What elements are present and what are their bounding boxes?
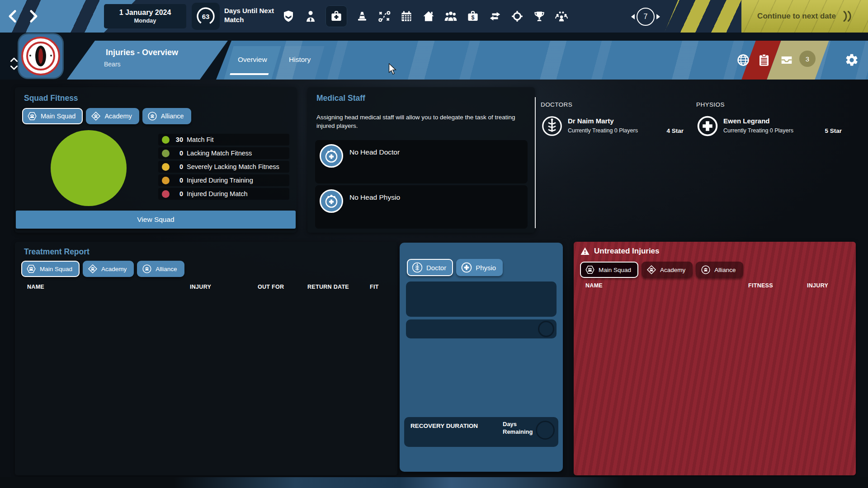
nav-competitions-button[interactable] [532, 9, 547, 23]
physio-toggle-button[interactable]: Physio [456, 259, 503, 276]
current-date: 1 January 2024 [119, 8, 171, 17]
doctor-toggle-button[interactable]: Doctor [407, 259, 453, 276]
staff-icon [304, 9, 317, 23]
filter-academy-button[interactable]: Academy [642, 262, 693, 278]
recovery-duration-bar: RECOVERY DURATION Days Remaining [404, 417, 558, 447]
filter-alliance-button[interactable]: Alliance [137, 261, 184, 277]
col-name: NAME [585, 282, 603, 289]
treatment-option-slot[interactable] [406, 319, 557, 338]
nav-training-button[interactable] [355, 9, 369, 23]
doctor-status: Currently Treating 0 Players [568, 127, 638, 134]
back-button[interactable] [5, 6, 24, 26]
current-day: Monday [134, 17, 156, 24]
days-count-ring: 63 [196, 6, 216, 26]
doctors-heading: DOCTORS [541, 101, 572, 108]
untreated-injuries-filters: Main Squad Academy Alliance [580, 262, 743, 278]
nav-staff-button[interactable] [303, 9, 318, 23]
filter-academy-button[interactable]: Academy [86, 108, 139, 124]
filter-main-squad-button[interactable]: Main Squad [21, 261, 80, 277]
inbox-icon [779, 53, 794, 67]
tab-overview[interactable]: Overview [224, 46, 281, 80]
head-physio-slot[interactable]: No Head Physio [315, 185, 528, 229]
tab-history-label: History [289, 56, 311, 70]
expand-collapse-icon [9, 56, 19, 71]
legend-dot [162, 136, 170, 144]
doctor-rating: 4 Star [629, 127, 684, 134]
club-logo[interactable] [19, 34, 62, 78]
legend-dot [162, 190, 170, 198]
col-injury: INJURY [190, 284, 211, 290]
head-physio-avatar [320, 189, 343, 213]
col-fit: FIT [370, 284, 379, 290]
main-nav: $ [281, 0, 569, 33]
legend-dot [162, 177, 170, 184]
days-until-next-match-label: Days Until Next Match [224, 6, 278, 25]
view-squad-button[interactable]: View Squad [16, 211, 296, 229]
nav-fixtures-button[interactable] [399, 9, 414, 23]
forward-button[interactable] [25, 6, 44, 26]
doctor-name[interactable]: Dr Naim Marty [568, 117, 614, 125]
filter-academy-button[interactable]: Academy [83, 261, 134, 277]
head-physio-label: No Head Physio [349, 193, 400, 202]
head-doctor-slot[interactable]: No Head Doctor [315, 140, 528, 183]
circle-alliance-icon [701, 265, 711, 275]
head-doctor-avatar [320, 144, 343, 168]
continue-button[interactable]: Continue to next date [741, 0, 868, 33]
nav-transfers-button[interactable] [488, 9, 502, 23]
tab-history[interactable]: History [275, 46, 324, 80]
filter-alliance-button[interactable]: Alliance [696, 262, 743, 278]
nav-scouting-button[interactable] [510, 9, 524, 23]
nav-tactics-button[interactable] [377, 9, 392, 23]
notif-prev-icon[interactable] [631, 14, 635, 19]
squad-fitness-filters: Main Squad Academy Alliance [22, 108, 191, 124]
club-crest-icon [21, 37, 60, 75]
continue-label: Continue to next date [757, 12, 836, 21]
medical-staff-panel: Medical Staff Assigning head medical sta… [307, 87, 535, 233]
filter-main-squad-button[interactable]: Main Squad [580, 262, 638, 278]
medical-cross-icon [461, 262, 472, 273]
days-until-next-match-widget: 63 [192, 3, 220, 30]
days-remaining-label: Days Remaining [503, 421, 538, 436]
nav-injuries-button[interactable] [326, 5, 347, 27]
transfers-icon [488, 9, 502, 23]
world-button[interactable] [733, 49, 753, 71]
inbox-button[interactable] [777, 49, 797, 71]
filter-label: Academy [660, 267, 685, 273]
untreated-injuries-header: Untreated Injuries [580, 246, 660, 256]
notes-button[interactable] [754, 49, 774, 71]
tactics-icon [377, 9, 391, 23]
days-remaining-ring [536, 421, 555, 440]
col-fitness: FITNESS [748, 282, 773, 289]
treatment-type-toggle: Doctor Physio [407, 259, 503, 276]
col-name: NAME [27, 284, 44, 290]
meetings-icon [555, 9, 568, 23]
legend-label: Match Fit [187, 136, 214, 143]
notif-next-icon[interactable] [656, 14, 660, 19]
col-return-date: RETURN DATE [307, 284, 349, 290]
page-title-plate: Injuries - Overview Bears [67, 41, 228, 80]
physio-name[interactable]: Ewen Legrand [723, 117, 770, 125]
diamond-academy-icon [91, 111, 101, 121]
physio-status: Currently Treating 0 Players [723, 127, 793, 134]
legend-label: Lacking Match Fitness [187, 150, 252, 157]
gear-icon [844, 53, 859, 67]
filter-label: Alliance [714, 267, 736, 273]
staff-selection-slot[interactable] [406, 282, 557, 317]
page-title: Injuries - Overview [106, 48, 178, 57]
filter-main-squad-button[interactable]: Main Squad [22, 108, 83, 124]
fast-forward-icon [842, 10, 852, 23]
tab-overview-label: Overview [238, 56, 267, 70]
filter-alliance-button[interactable]: Alliance [142, 108, 191, 124]
filter-label: Main Squad [599, 267, 631, 273]
nav-shield-button[interactable] [281, 9, 296, 23]
filter-label: Alliance [156, 266, 177, 272]
squad-fitness-pie-chart [51, 130, 127, 206]
nav-club-button[interactable] [421, 9, 436, 23]
notification-pager[interactable]: 7 [631, 8, 660, 26]
squad-fitness-title: Squad Fitness [24, 94, 78, 103]
nav-finances-button[interactable]: $ [466, 9, 480, 23]
treatment-report-panel: Treatment Report Main Squad Academy Alli… [15, 242, 397, 475]
settings-button[interactable] [842, 49, 862, 71]
nav-meetings-button[interactable] [554, 9, 569, 23]
nav-squad-button[interactable] [443, 9, 458, 23]
